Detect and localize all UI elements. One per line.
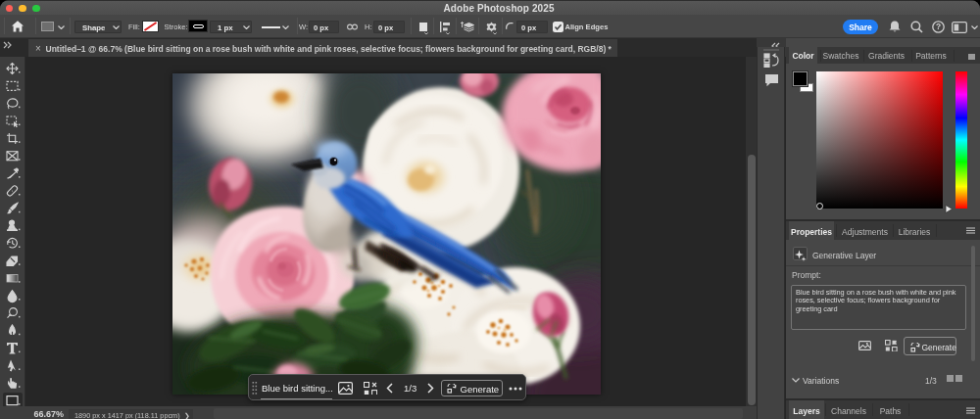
svg-text:?: ? xyxy=(936,22,941,31)
